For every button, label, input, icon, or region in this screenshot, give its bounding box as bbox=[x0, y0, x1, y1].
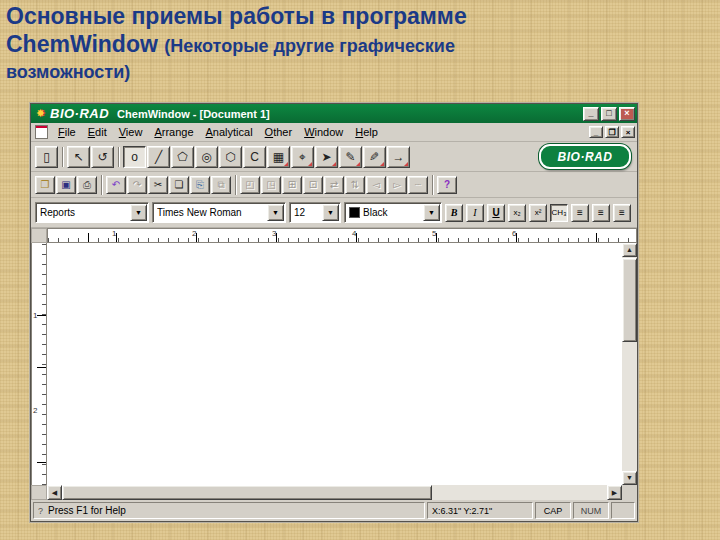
caps-lock-indicator: CAP bbox=[535, 502, 571, 519]
menu-view[interactable]: View bbox=[113, 125, 149, 139]
menu-analytical[interactable]: Analytical bbox=[200, 125, 259, 139]
undo-button[interactable]: ↶ bbox=[106, 176, 126, 194]
lasso-select-button[interactable]: ↺ bbox=[91, 146, 114, 168]
text-toolbar: Reports ▼ Times New Roman ▼ 12 ▼ Black ▼… bbox=[31, 198, 637, 228]
help-button[interactable]: ? bbox=[437, 176, 457, 194]
open-button[interactable]: ❐ bbox=[35, 176, 55, 194]
color-swatch bbox=[349, 207, 360, 218]
menu-other[interactable]: Other bbox=[259, 125, 299, 139]
bold-button[interactable]: B bbox=[445, 204, 463, 222]
ruler-number: 6 bbox=[512, 229, 516, 238]
vertical-ruler: 1 2 bbox=[31, 243, 47, 485]
new-document-icon: ▯ bbox=[43, 147, 50, 167]
maximize-button[interactable]: □ bbox=[601, 107, 617, 121]
mdi-close-button[interactable]: × bbox=[621, 126, 635, 138]
vertical-scroll-track[interactable] bbox=[622, 342, 637, 471]
scroll-down-button[interactable]: ▼ bbox=[622, 471, 637, 485]
rotate-right-button[interactable]: ▻ bbox=[387, 176, 407, 194]
flip-horizontal-button[interactable]: ⇄ bbox=[324, 176, 344, 194]
benzene-ring-button[interactable]: ◎ bbox=[195, 146, 218, 168]
vertical-scroll-thumb[interactable] bbox=[622, 258, 637, 342]
reaction-arrow-button[interactable]: → bbox=[387, 146, 410, 168]
save-button[interactable]: ▣ bbox=[56, 176, 76, 194]
pencil-tool-button[interactable]: ✎ bbox=[363, 146, 386, 168]
vertical-scrollbar[interactable]: ▲ ▼ bbox=[622, 243, 637, 485]
status-message-panel: ? Press F1 for Help bbox=[33, 502, 425, 519]
chevron-down-icon[interactable]: ▼ bbox=[130, 204, 147, 221]
standard-toolbar: ❐ ▣ ⎙ ↶ ↷ ✂ ❏ ⎘ ⧉ ◰ ◳ ⊞ ⊡ ⇄ ⇅ ◅ ▻ ┈ ? bbox=[31, 172, 637, 198]
align-left-button[interactable]: ≡ bbox=[571, 204, 589, 222]
group-icon: ◰ bbox=[245, 177, 254, 193]
open-ring-button[interactable]: C bbox=[243, 146, 266, 168]
align-center-button[interactable]: ≡ bbox=[592, 204, 610, 222]
mdi-restore-button[interactable]: ❐ bbox=[605, 126, 619, 138]
template-grid-button[interactable]: ▦ bbox=[267, 146, 290, 168]
redo-button[interactable]: ↷ bbox=[127, 176, 147, 194]
dotted-line-button[interactable]: ┈ bbox=[408, 176, 428, 194]
new-document-button[interactable]: ▯ bbox=[35, 146, 58, 168]
ruler-number: 5 bbox=[432, 229, 436, 238]
cyclohexane-ring-button[interactable]: ⬡ bbox=[219, 146, 242, 168]
horizontal-scroll-track[interactable] bbox=[432, 485, 607, 500]
coordinates-panel: X:6.31" Y:2.71" bbox=[427, 502, 533, 519]
menu-window[interactable]: Window bbox=[298, 125, 349, 139]
formula-style-button[interactable]: CH₃ bbox=[550, 204, 568, 222]
select-pointer-button[interactable]: ↖ bbox=[67, 146, 90, 168]
flip-vertical-button[interactable]: ⇅ bbox=[345, 176, 365, 194]
align-button[interactable]: ⊞ bbox=[282, 176, 302, 194]
mdi-minimize-button[interactable]: _ bbox=[589, 126, 603, 138]
cut-icon: ✂ bbox=[154, 177, 162, 193]
menu-help[interactable]: Help bbox=[349, 125, 384, 139]
cut-button[interactable]: ✂ bbox=[148, 176, 168, 194]
subscript-button[interactable]: x₂ bbox=[508, 204, 526, 222]
superscript-button[interactable]: x² bbox=[529, 204, 547, 222]
orbital-tool-button[interactable]: ⌖ bbox=[291, 146, 314, 168]
toolbar-separator bbox=[235, 175, 237, 195]
chevron-down-icon[interactable]: ▼ bbox=[322, 204, 339, 221]
copy-button[interactable]: ❏ bbox=[169, 176, 189, 194]
ruler-number: 3 bbox=[272, 229, 276, 238]
bond-tool-button[interactable]: ╱ bbox=[147, 146, 170, 168]
rotate-left-button[interactable]: ◅ bbox=[366, 176, 386, 194]
horizontal-scroll-thumb[interactable] bbox=[62, 485, 432, 500]
arrow-tool-button[interactable]: ➤ bbox=[315, 146, 338, 168]
print-button[interactable]: ⎙ bbox=[77, 176, 97, 194]
chevron-down-icon[interactable]: ▼ bbox=[423, 204, 440, 221]
paste-button[interactable]: ⎘ bbox=[190, 176, 210, 194]
bond-icon: ╱ bbox=[155, 147, 162, 167]
distribute-button[interactable]: ⊡ bbox=[303, 176, 323, 194]
menu-file[interactable]: File bbox=[52, 125, 82, 139]
status-help-icon: ? bbox=[38, 506, 43, 516]
benzene-icon: ◎ bbox=[201, 147, 211, 167]
ring-bond-tool-button[interactable]: o bbox=[123, 146, 146, 168]
scroll-left-button[interactable]: ◀ bbox=[47, 485, 62, 500]
duplicate-button[interactable]: ⧉ bbox=[211, 176, 231, 194]
scroll-up-button[interactable]: ▲ bbox=[622, 243, 637, 257]
color-dropdown[interactable]: Black ▼ bbox=[344, 202, 442, 223]
align-icon: ⊞ bbox=[288, 177, 296, 193]
chevron-down-icon[interactable]: ▼ bbox=[267, 204, 284, 221]
close-button[interactable]: × bbox=[619, 107, 635, 121]
drawing-canvas[interactable] bbox=[47, 243, 622, 485]
align-right-button[interactable]: ≡ bbox=[613, 204, 631, 222]
italic-button[interactable]: I bbox=[466, 204, 484, 222]
group-button[interactable]: ◰ bbox=[240, 176, 260, 194]
ruler-corner bbox=[31, 228, 47, 243]
horizontal-ruler: 1 2 3 4 5 6 bbox=[47, 228, 637, 243]
font-dropdown[interactable]: Times New Roman ▼ bbox=[152, 202, 286, 223]
ruler-row: 1 2 3 4 5 6 bbox=[31, 228, 637, 243]
style-dropdown[interactable]: Reports ▼ bbox=[35, 202, 149, 223]
open-ring-icon: C bbox=[250, 147, 259, 167]
minimize-button[interactable]: _ bbox=[583, 107, 599, 121]
menu-edit[interactable]: Edit bbox=[82, 125, 113, 139]
underline-button[interactable]: U bbox=[487, 204, 505, 222]
scroll-right-button[interactable]: ▶ bbox=[607, 485, 622, 500]
menu-arrange[interactable]: Arrange bbox=[148, 125, 199, 139]
ungroup-button[interactable]: ◳ bbox=[261, 176, 281, 194]
lasso-icon: ↺ bbox=[97, 147, 107, 167]
font-size-dropdown[interactable]: 12 ▼ bbox=[289, 202, 341, 223]
app-icon: ✸ bbox=[34, 107, 47, 120]
cyclopentane-ring-button[interactable]: ⬠ bbox=[171, 146, 194, 168]
ungroup-icon: ◳ bbox=[266, 177, 275, 193]
pen-tool-button[interactable]: ✎ bbox=[339, 146, 362, 168]
